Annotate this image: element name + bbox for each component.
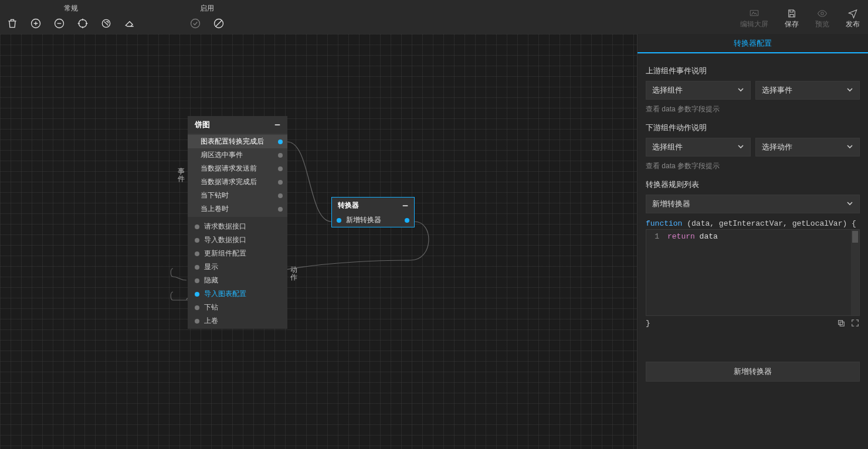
port-in-icon[interactable]: [195, 251, 199, 256]
copy-icon[interactable]: [836, 318, 846, 328]
port-in-icon[interactable]: [337, 218, 341, 223]
transformer-node-header[interactable]: 转换器: [332, 198, 414, 213]
tab-transformer-config[interactable]: 转换器配置: [638, 34, 868, 53]
transformer-node-title: 转换器: [338, 200, 359, 210]
event-row[interactable]: 当上卷时: [188, 202, 287, 216]
toolbar-group-enable: 启用: [183, 0, 231, 34]
action-label: 下钻: [204, 302, 283, 312]
select-downstream-action[interactable]: 选择动作: [755, 138, 860, 157]
plus-circle-icon[interactable]: [29, 17, 42, 30]
reload-icon[interactable]: [100, 17, 113, 30]
transformer-item-label: 新增转换器: [346, 215, 400, 225]
action-label: 导入图表配置: [204, 289, 283, 299]
events-block: 事 件 图表配置转换完成后扇区选中事件当数据请求发送前当数据请求完成后当下钻时当…: [188, 134, 287, 217]
code-area[interactable]: 1 return data: [646, 229, 860, 316]
event-label: 图表配置转换完成后: [201, 137, 264, 147]
publish-button[interactable]: 发布: [838, 0, 868, 34]
action-label: 请求数据接口: [204, 222, 283, 232]
scrollbar-thumb[interactable]: [852, 231, 858, 243]
event-row[interactable]: 当下钻时: [188, 189, 287, 202]
component-node-title: 饼图: [195, 120, 210, 130]
trash-icon[interactable]: [6, 17, 19, 30]
port-in-icon[interactable]: [195, 224, 199, 229]
toolbar-group-common-label: 常规: [64, 0, 78, 15]
event-label: 扇区选中事件: [201, 150, 243, 160]
upstream-section-label: 上游组件事件说明: [646, 66, 860, 76]
action-label: 更新组件配置: [204, 249, 283, 258]
component-node[interactable]: 饼图 事 件 图表配置转换完成后扇区选中事件当数据请求发送前当数据请求完成后当下…: [188, 116, 287, 329]
save-icon: [785, 8, 798, 19]
upstream-hint[interactable]: 查看 data 参数字段提示: [646, 104, 860, 114]
action-row[interactable]: 更新组件配置: [188, 247, 287, 260]
action-row[interactable]: 导入数据接口: [188, 233, 287, 247]
port-in-icon[interactable]: [195, 292, 199, 297]
rule-item-select[interactable]: 新增转换器: [646, 195, 860, 213]
action-label: 隐藏: [204, 275, 283, 285]
fullscreen-icon[interactable]: [850, 318, 860, 328]
code-closing-brace: }: [646, 319, 650, 328]
edit-screen-button[interactable]: 编辑大屏: [732, 0, 777, 34]
event-row[interactable]: 当数据请求完成后: [188, 175, 287, 189]
select-downstream-component[interactable]: 选择组件: [646, 138, 751, 157]
edges-layer: [0, 34, 637, 449]
chevron-down-icon: [846, 143, 853, 152]
transformer-item-row[interactable]: 新增转换器: [332, 213, 414, 227]
collapse-icon[interactable]: [273, 121, 282, 129]
preview-label: 预览: [815, 19, 829, 29]
select-upstream-event[interactable]: 选择事件: [755, 81, 860, 100]
downstream-hint[interactable]: 查看 data 参数字段提示: [646, 161, 860, 171]
svg-rect-9: [840, 322, 844, 326]
port-out-icon[interactable]: [278, 140, 283, 144]
port-out-icon[interactable]: [278, 180, 283, 185]
event-label: 当上卷时: [201, 204, 229, 214]
save-label: 保存: [785, 19, 799, 29]
component-node-header[interactable]: 饼图: [188, 116, 287, 134]
toolbar-group-common: 常规: [0, 0, 142, 34]
canvas[interactable]: 饼图 事 件 图表配置转换完成后扇区选中事件当数据请求发送前当数据请求完成后当下…: [0, 34, 637, 449]
scrollbar[interactable]: [851, 230, 859, 315]
publish-icon: [846, 8, 859, 19]
action-row[interactable]: 下钻: [188, 301, 287, 314]
code-content[interactable]: return data: [663, 230, 849, 315]
port-out-icon[interactable]: [278, 166, 283, 171]
preview-button[interactable]: 预览: [807, 0, 838, 34]
action-row[interactable]: 请求数据接口: [188, 220, 287, 233]
action-label: 显示: [204, 262, 283, 272]
port-out-icon[interactable]: [405, 218, 409, 223]
port-in-icon[interactable]: [195, 305, 199, 310]
actions-vertical-label: 动 作: [290, 266, 298, 281]
port-in-icon[interactable]: [195, 319, 199, 324]
add-transformer-button[interactable]: 新增转换器: [646, 362, 860, 382]
transformer-node[interactable]: 转换器 新增转换器: [331, 197, 415, 227]
events-vertical-label: 事 件: [177, 168, 185, 183]
port-in-icon[interactable]: [195, 238, 199, 243]
action-row[interactable]: 显示: [188, 260, 287, 274]
erase-icon[interactable]: [123, 17, 136, 30]
edit-screen-label: 编辑大屏: [740, 19, 768, 29]
event-row[interactable]: 扇区选中事件: [188, 148, 287, 162]
toolbar-group-enable-label: 启用: [200, 0, 214, 15]
ban-circle-icon[interactable]: [212, 17, 225, 30]
target-icon[interactable]: [76, 17, 89, 30]
chevron-down-icon: [737, 86, 744, 95]
check-circle-icon[interactable]: [189, 17, 202, 30]
svg-point-4: [191, 19, 200, 28]
action-row[interactable]: 上卷: [188, 314, 287, 328]
preview-icon: [816, 8, 829, 19]
action-row[interactable]: 隐藏: [188, 274, 287, 287]
event-row[interactable]: 图表配置转换完成后: [188, 135, 287, 148]
port-in-icon[interactable]: [195, 265, 199, 270]
collapse-icon[interactable]: [401, 202, 409, 210]
right-panel: 转换器配置 上游组件事件说明 选择组件 选择事件 查看 data 参数字段提示 …: [637, 34, 868, 449]
action-row[interactable]: 导入图表配置: [188, 287, 287, 301]
action-label: 上卷: [204, 316, 283, 326]
save-button[interactable]: 保存: [777, 0, 807, 34]
port-out-icon[interactable]: [278, 153, 283, 158]
select-upstream-component[interactable]: 选择组件: [646, 81, 751, 100]
port-out-icon[interactable]: [278, 207, 283, 212]
event-label: 当数据请求发送前: [201, 164, 257, 174]
port-out-icon[interactable]: [278, 193, 283, 198]
port-in-icon[interactable]: [195, 278, 199, 283]
minus-circle-icon[interactable]: [53, 17, 66, 30]
event-row[interactable]: 当数据请求发送前: [188, 162, 287, 175]
